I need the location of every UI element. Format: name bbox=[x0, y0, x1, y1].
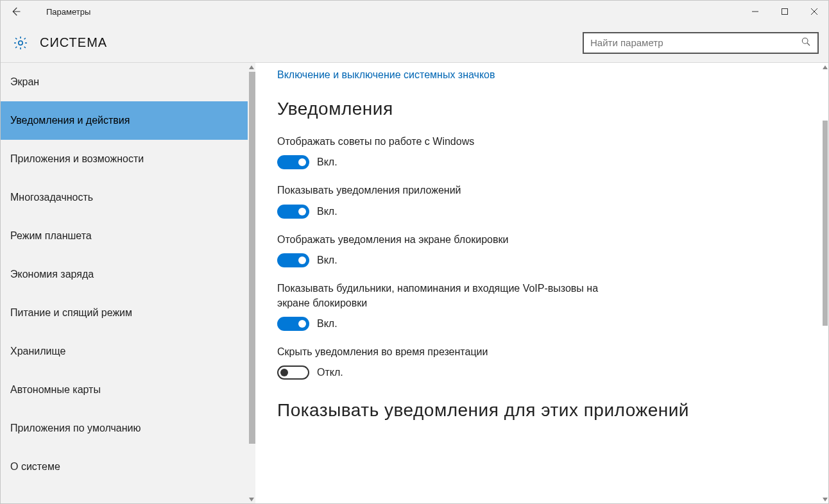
setting-windows-tips: Отображать советы по работе с Windows Вк… bbox=[277, 135, 611, 169]
setting-hide-during-presentation: Скрыть уведомления во время презентации … bbox=[277, 345, 611, 380]
sidebar-item-label: Хранилище bbox=[10, 346, 65, 357]
chevron-down-icon bbox=[249, 498, 254, 501]
sidebar-item-display[interactable]: Экран bbox=[0, 63, 248, 101]
sidebar-item-power-sleep[interactable]: Питание и спящий режим bbox=[0, 294, 248, 332]
toggle-state-text: Вкл. bbox=[317, 318, 338, 330]
sidebar-item-label: Приложения и возможности bbox=[10, 153, 144, 165]
chevron-up-icon bbox=[823, 65, 828, 69]
setting-app-notifications: Показывать уведомления приложений Вкл. bbox=[277, 183, 611, 218]
setting-lockscreen-notifications: Отображать уведомления на экране блокиро… bbox=[277, 233, 611, 267]
system-icons-link[interactable]: Включение и выключение системных значков bbox=[277, 69, 807, 81]
setting-label: Отображать уведомления на экране блокиро… bbox=[277, 233, 611, 247]
sidebar-item-tablet-mode[interactable]: Режим планшета bbox=[0, 217, 248, 255]
toggle-state-text: Откл. bbox=[317, 367, 343, 378]
title-bar: Параметры bbox=[0, 0, 829, 23]
content-scrollbar bbox=[821, 63, 829, 504]
content-scroll-down[interactable] bbox=[821, 495, 829, 504]
arrow-left-icon bbox=[10, 6, 21, 17]
sidebar-scroll-up[interactable] bbox=[248, 63, 255, 72]
sidebar-item-label: Уведомления и действия bbox=[10, 115, 130, 126]
toggle-windows-tips[interactable] bbox=[277, 155, 309, 169]
notifications-heading: Уведомления bbox=[277, 99, 807, 119]
sidebar-item-label: О системе bbox=[10, 461, 60, 473]
svg-point-4 bbox=[19, 40, 22, 44]
sidebar-item-label: Экономия заряда bbox=[10, 269, 94, 280]
toggle-state-text: Вкл. bbox=[317, 156, 338, 168]
minimize-icon bbox=[751, 8, 759, 15]
sidebar-item-label: Многозадачность bbox=[10, 192, 93, 203]
svg-rect-1 bbox=[782, 9, 788, 15]
sidebar-item-apps-features[interactable]: Приложения и возможности bbox=[0, 140, 248, 178]
sidebar-item-label: Приложения по умолчанию bbox=[10, 423, 141, 434]
chevron-down-icon bbox=[823, 498, 828, 501]
sidebar-scrollbar-thumb[interactable] bbox=[249, 72, 255, 444]
gear-icon bbox=[13, 35, 28, 51]
sidebar-item-multitasking[interactable]: Многозадачность bbox=[0, 178, 248, 217]
per-app-notifications-heading: Показывать уведомления для этих приложен… bbox=[277, 399, 807, 421]
sidebar-item-battery-saver[interactable]: Экономия заряда bbox=[0, 255, 248, 294]
search-icon bbox=[801, 37, 811, 49]
sidebar-scroll-down[interactable] bbox=[248, 495, 255, 504]
sidebar-item-offline-maps[interactable]: Автономные карты bbox=[0, 371, 248, 409]
content-scrollbar-thumb[interactable] bbox=[823, 121, 828, 326]
maximize-button[interactable] bbox=[770, 0, 799, 23]
content-scroll-up[interactable] bbox=[821, 63, 829, 72]
search-box[interactable] bbox=[583, 32, 819, 54]
back-button[interactable] bbox=[0, 0, 31, 23]
search-input[interactable] bbox=[590, 37, 801, 48]
section-title: СИСТЕМА bbox=[40, 35, 107, 50]
setting-label: Показывать уведомления приложений bbox=[277, 183, 611, 197]
close-icon bbox=[810, 8, 818, 15]
sidebar-item-about[interactable]: О системе bbox=[0, 448, 248, 486]
sidebar-item-storage[interactable]: Хранилище bbox=[0, 332, 248, 371]
setting-label: Отображать советы по работе с Windows bbox=[277, 135, 611, 149]
chevron-up-icon bbox=[249, 65, 254, 69]
toggle-alarms-voip-lockscreen[interactable] bbox=[277, 317, 309, 331]
sidebar-item-label: Питание и спящий режим bbox=[10, 307, 132, 319]
sidebar-item-default-apps[interactable]: Приложения по умолчанию bbox=[0, 409, 248, 448]
app-header: СИСТЕМА bbox=[0, 23, 829, 63]
minimize-button[interactable] bbox=[740, 0, 770, 23]
content-area: Включение и выключение системных значков… bbox=[255, 63, 829, 504]
sidebar: Экран Уведомления и действия Приложения … bbox=[0, 63, 255, 504]
svg-point-5 bbox=[802, 38, 808, 44]
sidebar-item-label: Экран bbox=[10, 76, 39, 88]
window-title: Параметры bbox=[46, 7, 90, 17]
toggle-hide-during-presentation[interactable] bbox=[277, 365, 309, 380]
toggle-lockscreen-notifications[interactable] bbox=[277, 253, 309, 267]
sidebar-item-label: Режим планшета bbox=[10, 230, 92, 242]
sidebar-item-notifications[interactable]: Уведомления и действия bbox=[0, 101, 248, 140]
setting-alarms-voip-lockscreen: Показывать будильники, напоминания и вхо… bbox=[277, 281, 611, 331]
setting-label: Скрыть уведомления во время презентации bbox=[277, 345, 611, 359]
toggle-app-notifications[interactable] bbox=[277, 205, 309, 219]
toggle-state-text: Вкл. bbox=[317, 255, 338, 266]
sidebar-item-label: Автономные карты bbox=[10, 384, 101, 396]
svg-line-6 bbox=[807, 43, 810, 46]
close-button[interactable] bbox=[799, 0, 829, 23]
setting-label: Показывать будильники, напоминания и вхо… bbox=[277, 281, 611, 310]
toggle-state-text: Вкл. bbox=[317, 206, 338, 217]
maximize-icon bbox=[781, 8, 789, 15]
